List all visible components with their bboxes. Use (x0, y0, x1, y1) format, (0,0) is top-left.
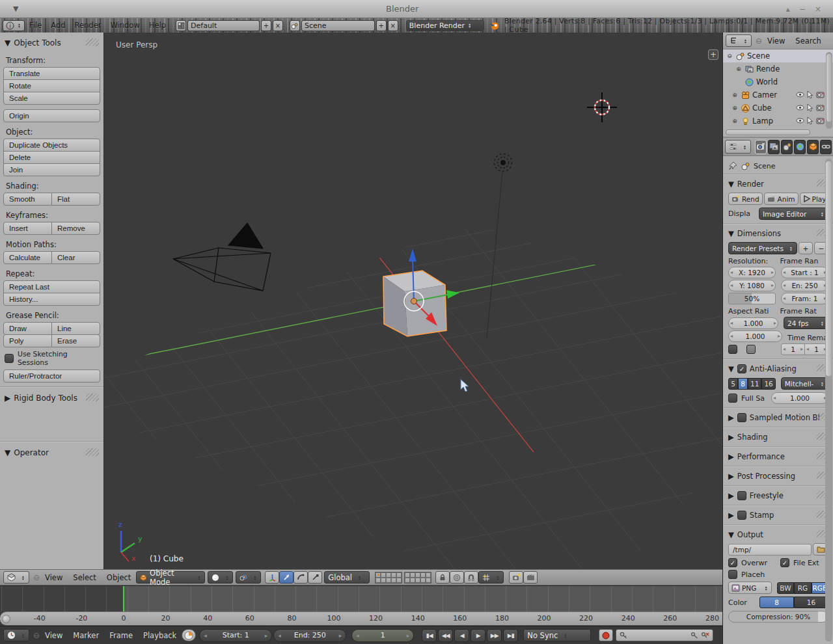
tab-constraints[interactable] (820, 140, 832, 154)
menu-window[interactable]: Window (110, 21, 139, 30)
calculate-paths-button[interactable]: Calculate (3, 251, 52, 264)
tab-world[interactable] (794, 140, 806, 154)
next-keyframe-button[interactable]: ▶▶ (487, 629, 502, 642)
insert-keyframe-icon[interactable] (690, 631, 699, 639)
window-menu-icon[interactable]: ▼ (13, 5, 18, 13)
tab-render-layers[interactable] (768, 140, 780, 154)
editor-type-properties-button[interactable]: ▴ ▾ (725, 140, 751, 154)
repeat-last-button[interactable]: Repeat Last (3, 280, 100, 293)
view3d-menu-view[interactable]: View (45, 573, 62, 582)
timeline-menu-frame[interactable]: Frame (109, 631, 133, 640)
editor-type-outliner-button[interactable]: ▴ ▾ (726, 34, 752, 47)
camera-object[interactable] (173, 223, 271, 291)
play-reverse-button[interactable]: ◀ (454, 629, 469, 642)
autokey-record-button[interactable] (599, 629, 613, 641)
outliner-menu-search[interactable]: Search (795, 36, 821, 46)
gp-poly-button[interactable]: Poly (3, 334, 52, 347)
frame-step-field[interactable]: ◂Fram: 1▸ (781, 293, 828, 304)
renderability-camera-icon[interactable] (816, 117, 825, 124)
join-button[interactable]: Join (3, 163, 100, 176)
expand-icon[interactable]: ⊕ (735, 66, 743, 72)
full-sample-checkbox[interactable] (728, 394, 737, 403)
file-extensions-checkbox[interactable]: ✓ (780, 558, 789, 567)
file-format-select[interactable]: PNG ▴ ▾ (728, 582, 772, 594)
crop-checkbox[interactable] (746, 345, 756, 354)
expand-icon[interactable]: ⊖ (726, 53, 733, 59)
delete-button[interactable]: Delete (3, 151, 100, 164)
panel-rigid-body-tools[interactable]: ▶ Rigid Body Tools (3, 392, 100, 406)
color-depth-8-button[interactable]: 8 (759, 597, 794, 608)
compression-slider[interactable]: Compression: 90% (728, 611, 828, 623)
outliner-row-renderlayers[interactable]: ⊕ Rende (723, 62, 833, 75)
resolution-x-field[interactable]: ◂X: 1920▸ (728, 267, 776, 278)
panel-post-processing[interactable]: ▶ Post Processing (728, 470, 828, 482)
placeholders-checkbox[interactable] (728, 570, 737, 579)
screen-layout-add-button[interactable]: + (261, 20, 271, 31)
frame-end-field[interactable]: ◂ End: 250 ▸ (273, 629, 346, 642)
editor-type-view3d-button[interactable]: ▴ ▾ (3, 571, 29, 584)
freestyle-checkbox[interactable] (737, 491, 746, 500)
mode-select[interactable]: Object Mode ▴ ▾ (136, 571, 205, 584)
lock-to-scene-button[interactable] (435, 571, 450, 584)
scene-icon-button[interactable] (290, 20, 300, 31)
tab-render[interactable] (755, 140, 767, 154)
z-arrow[interactable] (409, 248, 416, 262)
smooth-button[interactable]: Smooth (3, 193, 52, 206)
aspect-x-field[interactable]: ◂1.000▸ (728, 317, 778, 329)
sync-mode-select[interactable]: No Sync ▴ ▾ (523, 629, 591, 641)
layer-1-active[interactable] (376, 572, 381, 578)
current-frame-field[interactable]: ◂ 1 ▸ (351, 629, 414, 642)
manipulator-translate-button[interactable] (279, 571, 294, 584)
border-checkbox[interactable] (728, 345, 737, 354)
tab-scene[interactable] (781, 140, 793, 154)
panel-anti-aliasing[interactable]: ▼ ✓ Anti-Aliasing (728, 363, 828, 375)
breadcrumb-scene-label[interactable]: Scene (754, 162, 776, 170)
window-close-button[interactable]: × (815, 5, 821, 14)
insert-keyframe-button[interactable]: Insert (3, 222, 52, 235)
renderability-camera-icon[interactable] (816, 104, 825, 111)
color-mode-bw-button[interactable]: BW (777, 582, 794, 594)
outliner-row-lamp[interactable]: ⊕ Lamp (723, 114, 833, 127)
render-engine-select[interactable]: Blender Render ▴ ▾ (406, 20, 484, 31)
flat-button[interactable]: Flat (51, 193, 100, 206)
manipulator-rotate-button[interactable] (294, 571, 308, 584)
window-minimize-button[interactable]: − (799, 5, 806, 14)
keying-set-field[interactable] (616, 629, 713, 641)
properties-region-expand-icon[interactable]: + (708, 49, 718, 60)
aa-samples-16-button[interactable]: 16 (761, 378, 775, 390)
remove-keyframe-button[interactable]: Remove (51, 222, 100, 235)
panel-object-tools[interactable]: ▼ Object Tools (3, 36, 100, 51)
panel-shading[interactable]: ▶ Shading (728, 431, 828, 443)
duplicate-objects-button[interactable]: Duplicate Objects (3, 139, 100, 152)
preset-add-button[interactable]: + (799, 242, 813, 254)
selectability-cursor-icon[interactable] (807, 117, 813, 125)
render-animation-button[interactable]: Anim (764, 193, 799, 205)
editor-type-info-button[interactable]: i ▴ ▾ (3, 20, 25, 31)
collapse-menus-icon[interactable]: ⊖ (756, 36, 762, 46)
expand-icon[interactable]: ⊕ (731, 105, 739, 111)
display-mode-select[interactable]: Image Editor ▴ ▾ (759, 208, 828, 220)
outliner-row-camera[interactable]: ⊕ Camer (723, 88, 833, 101)
layers-group-2[interactable] (404, 572, 431, 584)
sketching-sessions-checkbox[interactable] (5, 354, 14, 363)
viewport-3d[interactable]: z y x User Persp (1) Cube + (104, 33, 722, 569)
manipulator-axis-button[interactable] (265, 571, 279, 584)
render-presets-select[interactable]: Render Presets ▴ ▾ (728, 242, 797, 254)
menu-help[interactable]: Help (149, 21, 166, 30)
window-shade-button[interactable]: ▴ (786, 5, 790, 14)
selectability-cursor-icon[interactable] (807, 91, 813, 99)
pin-icon[interactable] (728, 161, 737, 170)
overwrite-checkbox[interactable]: ✓ (728, 558, 737, 567)
proportional-edit-button[interactable] (450, 571, 464, 584)
outliner-row-world[interactable]: World (723, 75, 833, 88)
properties-vscrollbar[interactable] (825, 159, 832, 641)
snap-magnet-button[interactable] (464, 571, 478, 584)
scale-button[interactable]: Scale (3, 92, 100, 105)
menu-render[interactable]: Render (75, 21, 102, 30)
panel-drag-grip[interactable] (86, 38, 99, 46)
screen-layout-select[interactable]: Default (187, 20, 260, 31)
delete-keyframe-icon[interactable] (701, 631, 709, 639)
tab-object[interactable] (807, 140, 819, 154)
aa-samples-11-button[interactable]: 11 (748, 378, 761, 390)
use-preview-range-button[interactable] (182, 629, 196, 641)
